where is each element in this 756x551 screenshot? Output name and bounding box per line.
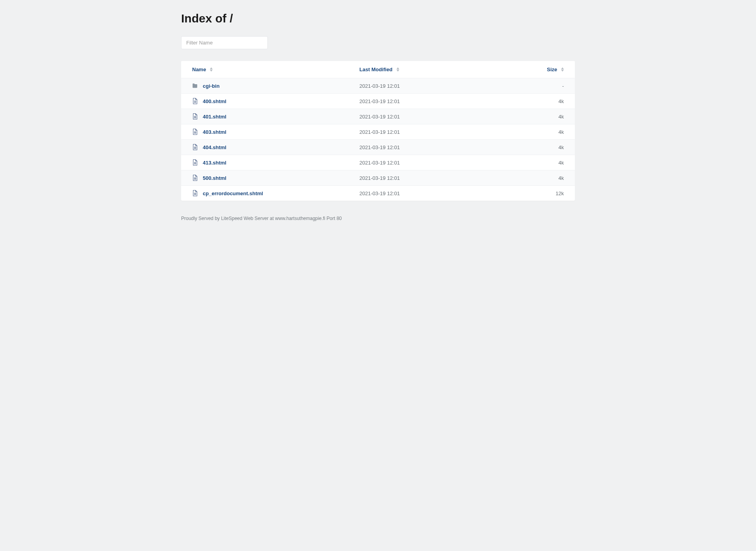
entry-name-link[interactable]: 413.shtml bbox=[203, 160, 226, 166]
svg-marker-2 bbox=[397, 67, 399, 69]
server-footer: Proudly Served by LiteSpeed Web Server a… bbox=[181, 216, 575, 221]
svg-marker-0 bbox=[210, 67, 213, 69]
entry-size: 4k bbox=[489, 98, 564, 104]
sort-icon bbox=[397, 67, 399, 72]
listing-row: 403.shtml2021-03-19 12:014k bbox=[181, 124, 575, 139]
entry-name-link[interactable]: cp_errordocument.shtml bbox=[203, 190, 263, 196]
entry-size: 4k bbox=[489, 160, 564, 166]
entry-name-link[interactable]: 401.shtml bbox=[203, 114, 226, 120]
file-icon bbox=[192, 129, 198, 135]
listing-row: 401.shtml2021-03-19 12:014k bbox=[181, 109, 575, 124]
listing-header-row: Name Last Modified S bbox=[181, 61, 575, 78]
entry-size: 4k bbox=[489, 175, 564, 181]
svg-marker-3 bbox=[397, 70, 399, 72]
column-header-modified[interactable]: Last Modified bbox=[359, 67, 399, 72]
entry-size: - bbox=[489, 83, 564, 89]
entry-modified: 2021-03-19 12:01 bbox=[359, 83, 489, 89]
entry-size: 4k bbox=[489, 129, 564, 135]
sort-icon bbox=[561, 67, 564, 72]
file-icon bbox=[192, 113, 198, 120]
column-header-size-label: Size bbox=[547, 67, 557, 72]
listing-row: 400.shtml2021-03-19 12:014k bbox=[181, 93, 575, 109]
entry-modified: 2021-03-19 12:01 bbox=[359, 98, 489, 104]
column-header-name[interactable]: Name bbox=[192, 67, 213, 72]
sort-icon bbox=[210, 67, 213, 72]
filter-name-input[interactable] bbox=[181, 36, 268, 49]
column-header-modified-label: Last Modified bbox=[359, 67, 393, 72]
listing-row: 413.shtml2021-03-19 12:014k bbox=[181, 155, 575, 170]
entry-name-link[interactable]: 400.shtml bbox=[203, 98, 226, 104]
file-icon bbox=[192, 175, 198, 181]
entry-modified: 2021-03-19 12:01 bbox=[359, 160, 489, 166]
entry-name-link[interactable]: cgi-bin bbox=[203, 83, 220, 89]
entry-name-link[interactable]: 404.shtml bbox=[203, 144, 226, 150]
directory-listing: Name Last Modified S bbox=[181, 61, 575, 201]
entry-name-link[interactable]: 500.shtml bbox=[203, 175, 226, 181]
svg-marker-4 bbox=[561, 67, 564, 69]
listing-row: 500.shtml2021-03-19 12:014k bbox=[181, 170, 575, 185]
entry-modified: 2021-03-19 12:01 bbox=[359, 144, 489, 150]
file-icon bbox=[192, 159, 198, 166]
entry-modified: 2021-03-19 12:01 bbox=[359, 190, 489, 196]
svg-marker-1 bbox=[210, 70, 213, 72]
file-icon bbox=[192, 98, 198, 104]
entry-name-link[interactable]: 403.shtml bbox=[203, 129, 226, 135]
file-icon bbox=[192, 190, 198, 196]
listing-row: 404.shtml2021-03-19 12:014k bbox=[181, 139, 575, 155]
page-title: Index of / bbox=[181, 12, 575, 25]
entry-size: 4k bbox=[489, 114, 564, 120]
entry-modified: 2021-03-19 12:01 bbox=[359, 175, 489, 181]
column-header-size[interactable]: Size bbox=[547, 67, 564, 72]
svg-marker-5 bbox=[561, 70, 564, 72]
folder-icon bbox=[192, 83, 198, 89]
listing-row: cgi-bin2021-03-19 12:01- bbox=[181, 78, 575, 93]
entry-modified: 2021-03-19 12:01 bbox=[359, 129, 489, 135]
column-header-name-label: Name bbox=[192, 67, 206, 72]
entry-size: 12k bbox=[489, 190, 564, 196]
entry-size: 4k bbox=[489, 144, 564, 150]
listing-row: cp_errordocument.shtml2021-03-19 12:0112… bbox=[181, 185, 575, 201]
file-icon bbox=[192, 144, 198, 150]
entry-modified: 2021-03-19 12:01 bbox=[359, 114, 489, 120]
